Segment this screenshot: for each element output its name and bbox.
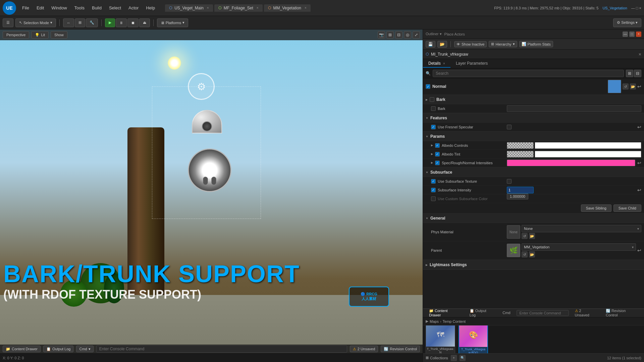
fresnel-undo[interactable]: ↩ <box>637 124 641 130</box>
output-log-btn[interactable]: 📋 Output Log <box>43 346 73 352</box>
albedo-tint-check[interactable]: ✓ <box>435 152 440 157</box>
fullscreen-icon-btn[interactable]: ⤢ <box>413 31 420 39</box>
collections-btn[interactable]: ⊞ Collections <box>426 356 448 360</box>
normal-reset-btn[interactable]: ↺ <box>623 83 629 89</box>
pause-btn[interactable]: ⏸ <box>116 18 127 27</box>
revision-btn[interactable]: 🔄 Revision Control <box>381 346 420 352</box>
snap2-btn[interactable]: 🔧 <box>86 18 98 27</box>
unsaved-bottom-btn[interactable]: ⚠ 2 Unsaved <box>572 308 600 318</box>
content-drawer-btn[interactable]: 📁 Content Drawer <box>3 346 41 352</box>
normal-undo-btn[interactable]: ↩ <box>637 84 641 89</box>
tab-layer-params[interactable]: Layer Parameters <box>450 60 493 68</box>
stop-btn[interactable]: ⏹ <box>127 18 139 27</box>
menu-help[interactable]: Help <box>143 4 158 12</box>
bark-enable-check[interactable] <box>431 106 436 111</box>
fresnel-check[interactable]: ✓ <box>431 125 436 129</box>
camera-icon-btn[interactable]: 📷 <box>378 31 385 39</box>
search-input[interactable] <box>433 70 624 77</box>
show-inactive-btn[interactable]: 👁 Show Inactive <box>454 41 487 47</box>
use-subsurface-check[interactable]: ✓ <box>431 179 436 184</box>
tab-us-veget-main[interactable]: ⬡ US_Veget_Main × <box>165 4 213 12</box>
subsurface-intensity-check[interactable]: ✓ <box>431 188 436 192</box>
asset-item-1[interactable]: 🗺 T_Trunk_vfrkegxaw.N <box>426 325 455 353</box>
albedo-controls-check[interactable]: ✓ <box>435 143 440 148</box>
revision-bottom-btn[interactable]: 🔄 Revision Control <box>602 308 641 318</box>
general-header[interactable]: General <box>423 214 644 223</box>
bottom-console-input[interactable] <box>517 310 569 316</box>
collections-search-btn[interactable]: 🔍 <box>460 355 466 361</box>
asset-close-btn[interactable]: × <box>639 52 641 57</box>
platform-stats-btn[interactable]: 📊 Platform Stats <box>519 41 553 47</box>
cmd-btn[interactable]: Cmd ▾ <box>76 346 93 352</box>
spec-rough-undo[interactable]: ↩ <box>637 160 641 166</box>
close-btn[interactable]: × <box>636 32 641 37</box>
collections-add-btn[interactable]: + <box>451 355 457 361</box>
asset-item-2[interactable]: 🎨 T_Trunk_vfrkegxaw.RDO <box>459 325 488 353</box>
snap-btn[interactable]: ⊞ <box>75 18 85 27</box>
tab-mf-foliage-set[interactable]: ⬡ MF_Foliage_Set × <box>214 4 263 12</box>
menu-window[interactable]: Window <box>48 4 70 12</box>
bark-section-header[interactable]: Bark <box>423 95 644 104</box>
albedo-controls-swatch[interactable] <box>507 142 534 149</box>
fresnel-value-box[interactable] <box>507 125 512 129</box>
menu-actor[interactable]: Actor <box>125 4 142 12</box>
platforms-btn[interactable]: 🖥 Platforms ▾ <box>157 18 188 27</box>
tab-mm-vegetation[interactable]: ⬡ MM_Vegetation × <box>264 4 311 12</box>
parent-browse-btn[interactable]: 📂 <box>529 251 535 257</box>
restore-btn[interactable]: □ <box>629 32 635 37</box>
hamburger-menu-btn[interactable]: ☰ <box>3 18 13 27</box>
tab-details[interactable]: Details × <box>423 60 450 68</box>
folder-arrow[interactable]: ▶ <box>426 319 428 323</box>
parent-undo[interactable]: ↩ <box>637 248 641 253</box>
temp-content-label[interactable]: Temp Content <box>443 319 466 323</box>
normal-check[interactable]: ✓ <box>426 84 430 89</box>
use-subsurface-box[interactable] <box>507 179 512 184</box>
grid-view-btn[interactable]: ⊞ <box>626 70 633 77</box>
perspective-btn[interactable]: Perspective <box>3 31 29 39</box>
parent-dropdown[interactable]: MM_Vegetation ▾ <box>522 243 636 251</box>
parent-reset-btn[interactable]: ↺ <box>522 251 528 257</box>
maps-folder-label[interactable]: Maps <box>430 319 439 323</box>
bottom-output-log-btn[interactable]: 📋 Output Log <box>466 308 497 318</box>
menu-select[interactable]: Select <box>106 4 124 12</box>
phys-material-dropdown[interactable]: None ▾ <box>522 225 641 232</box>
save-child-btn[interactable]: Save Child <box>613 204 641 212</box>
menu-edit[interactable]: Edit <box>33 4 47 12</box>
console-input[interactable] <box>96 345 347 353</box>
menu-tools[interactable]: Tools <box>71 4 88 12</box>
phys-reset-btn[interactable]: ↺ <box>522 233 528 239</box>
lightmass-header[interactable]: Lightmass Settings <box>423 260 644 269</box>
subsurface-intensity-undo[interactable]: ↩ <box>637 187 641 193</box>
normal-browse-btn[interactable]: 📂 <box>630 83 636 89</box>
features-header[interactable]: Features <box>423 113 644 123</box>
minimize-btn[interactable]: — <box>623 32 628 37</box>
browse-icon-btn[interactable]: 📂 <box>437 41 447 48</box>
albedo-tint-swatch[interactable] <box>507 151 534 158</box>
menu-file[interactable]: File <box>19 4 33 12</box>
subsurface-header[interactable]: Subsurface <box>423 168 644 177</box>
unsaved-btn[interactable]: ⚠ 2 Unsaved <box>350 346 378 352</box>
play-btn[interactable]: ▶ <box>105 18 115 27</box>
subsurface-intensity-input[interactable] <box>507 187 534 193</box>
lit-btn[interactable]: 💡 Lit <box>31 31 49 39</box>
settings-btn[interactable]: ⚙ Settings ▾ <box>613 18 641 27</box>
list-view-btn[interactable]: ⊟ <box>634 70 641 77</box>
menu-build[interactable]: Build <box>89 4 105 12</box>
normal-texture-preview[interactable] <box>608 80 621 93</box>
move-tool-btn[interactable]: ↔ <box>63 18 74 27</box>
hierarchy-btn[interactable]: ⊞ Hierarchy ▾ <box>489 41 517 47</box>
show-btn[interactable]: Show <box>51 31 67 39</box>
save-sibling-btn[interactable]: Save Sibling <box>581 204 611 212</box>
bark-check[interactable] <box>430 97 434 102</box>
spec-rough-check[interactable]: ✓ <box>435 161 440 165</box>
bottom-content-drawer-btn[interactable]: 📁 Content Drawer <box>426 308 464 318</box>
file-icon-btn[interactable]: 💾 <box>426 41 435 48</box>
grid-icon-btn[interactable]: ⊟ <box>395 31 402 39</box>
maximize-icon-btn[interactable]: ⊞ <box>386 31 394 39</box>
selection-mode-btn[interactable]: ↖ Selection Mode ▾ <box>15 18 56 27</box>
use-custom-subsurface-check[interactable] <box>431 196 436 201</box>
bottom-cmd-btn[interactable]: Cmd <box>499 310 514 316</box>
spec-rough-swatch[interactable] <box>507 160 635 166</box>
params-header[interactable]: Params <box>423 132 644 141</box>
phys-browse-btn[interactable]: 📂 <box>529 233 535 239</box>
